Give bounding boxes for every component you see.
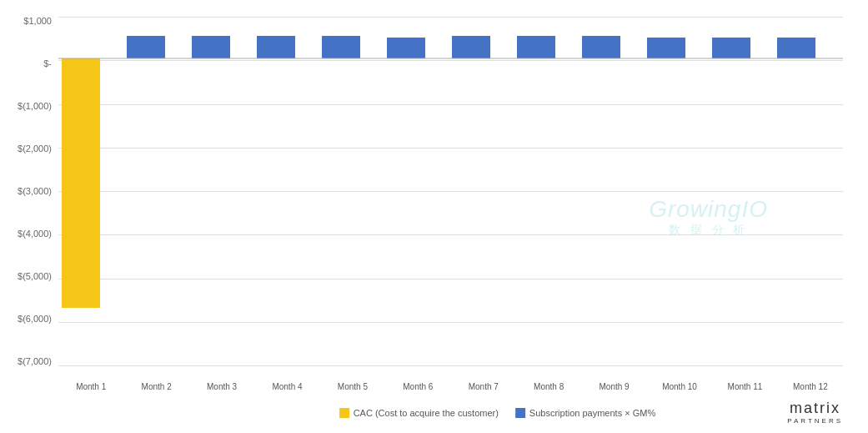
bar-sub-month6 (387, 38, 425, 58)
x-label-month11: Month 11 (712, 382, 777, 391)
bar-sub-month3 (192, 36, 230, 58)
grid-line (58, 365, 843, 366)
y-label-neg5000: $(5,000) (18, 272, 52, 281)
bar-sub-month12 (777, 38, 815, 58)
y-axis: $1,000 $- $(1,000) $(2,000) $(3,000) $(4… (0, 17, 58, 366)
bar-sub-month8 (517, 36, 555, 58)
y-label-neg1000: $(1,000) (18, 102, 52, 111)
legend-cac-swatch (339, 408, 349, 418)
chart-container: $1,000 $- $(1,000) $(2,000) $(3,000) $(4… (0, 0, 868, 433)
bar-sub-month4 (257, 36, 295, 58)
matrix-logo: matrix PARTNERS (787, 400, 843, 425)
bar-sub-month7 (452, 36, 490, 58)
legend-sub-label: Subscription payments × GM% (529, 408, 655, 418)
y-label-1000: $1,000 (23, 17, 52, 26)
bar-sub-month5 (322, 36, 360, 58)
x-label-month7: Month 7 (451, 382, 516, 391)
matrix-logo-text: matrix (787, 400, 843, 417)
bar-cac-month1 (62, 58, 100, 308)
x-label-month12: Month 12 (778, 382, 843, 391)
chart-legend: CAC (Cost to acquire the customer) Subsc… (339, 408, 656, 418)
x-label-month5: Month 5 (320, 382, 385, 391)
x-label-month2: Month 2 (123, 382, 188, 391)
chart-svg (58, 17, 843, 350)
y-label-neg6000: $(6,000) (18, 315, 52, 324)
x-label-month10: Month 10 (647, 382, 712, 391)
bar-sub-month9 (582, 36, 620, 58)
legend-subscription: Subscription payments × GM% (515, 408, 655, 418)
x-label-month8: Month 8 (516, 382, 581, 391)
y-label-0: $- (43, 59, 52, 68)
bar-sub-month11 (712, 38, 750, 58)
y-label-neg4000: $(4,000) (18, 229, 52, 239)
legend-cac: CAC (Cost to acquire the customer) (339, 408, 499, 418)
y-label-neg3000: $(3,000) (18, 187, 52, 196)
y-label-neg7000: $(7,000) (18, 357, 52, 366)
legend-sub-swatch (515, 408, 525, 418)
matrix-logo-subtext: PARTNERS (787, 417, 843, 425)
bar-sub-month10 (647, 38, 685, 58)
x-label-month6: Month 6 (385, 382, 450, 391)
x-label-month4: Month 4 (254, 382, 319, 391)
bar-sub-month2 (127, 36, 165, 58)
x-label-month9: Month 9 (581, 382, 646, 391)
legend-cac-label: CAC (Cost to acquire the customer) (354, 408, 499, 418)
x-axis: Month 1 Month 2 Month 3 Month 4 Month 5 … (58, 382, 843, 391)
y-label-neg2000: $(2,000) (18, 144, 52, 154)
x-label-month1: Month 1 (58, 382, 123, 391)
x-label-month3: Month 3 (189, 382, 254, 391)
